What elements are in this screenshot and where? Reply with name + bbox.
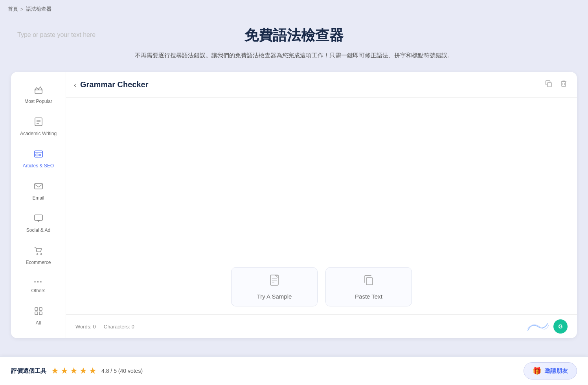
star-2: ★	[61, 366, 68, 376]
rating-left: 評價這個工具 ★ ★ ★ ★ ★ 4.8 / 5 (40 votes)	[11, 366, 143, 376]
breadcrumb: 首頁 > 語法檢查器	[0, 0, 588, 18]
svg-rect-14	[35, 215, 42, 220]
invite-button[interactable]: 🎁 邀請朋友	[524, 362, 577, 380]
sidebar-item-academic-writing-label: Academic Writing	[20, 131, 57, 136]
text-input[interactable]	[75, 106, 568, 251]
tool-header-actions	[543, 78, 569, 91]
paste-text-icon	[362, 274, 375, 289]
academic-writing-icon	[33, 117, 44, 128]
svg-rect-0	[35, 90, 42, 94]
try-sample-icon	[268, 274, 281, 289]
copy-button[interactable]	[543, 78, 554, 91]
sidebar-item-email[interactable]: Email	[14, 176, 62, 206]
all-icon	[33, 306, 44, 318]
svg-rect-13	[35, 183, 42, 189]
svg-rect-23	[548, 82, 551, 87]
svg-rect-19	[35, 308, 38, 310]
svg-point-1	[34, 90, 35, 91]
tool-title: Grammar Checker	[80, 80, 539, 89]
svg-rect-21	[35, 312, 38, 315]
svg-point-17	[37, 254, 38, 255]
svg-rect-10	[36, 154, 38, 156]
sidebar-item-social-ad-label: Social & Ad	[26, 227, 50, 233]
rating-label: 評價這個工具	[11, 367, 46, 375]
stars: ★ ★ ★ ★ ★	[51, 366, 97, 376]
svg-point-2	[38, 89, 39, 90]
rating-score: 4.8 / 5 (40 votes)	[101, 368, 143, 374]
hero-section: 免費語法檢查器 不再需要逐行搜尋語法錯誤。讓我們的免費語法檢查器為您完成這項工作…	[0, 18, 588, 72]
words-count: Words: 0	[75, 324, 96, 330]
gift-icon: 🎁	[533, 367, 541, 375]
sidebar-item-ecommerce-label: Ecommerce	[26, 260, 51, 265]
ecommerce-icon	[33, 246, 44, 257]
sidebar-item-academic-writing[interactable]: Academic Writing	[14, 111, 62, 142]
breadcrumb-home[interactable]: 首頁	[8, 6, 18, 13]
sidebar-item-all[interactable]: All	[14, 301, 62, 331]
articles-seo-icon	[33, 149, 44, 161]
sidebar-item-social-ad[interactable]: Social & Ad	[14, 208, 62, 238]
paste-text-card[interactable]: Paste Text	[325, 267, 412, 306]
svg-rect-31	[366, 278, 373, 285]
svg-point-18	[40, 254, 42, 255]
try-sample-label: Try A Sample	[257, 293, 292, 300]
invite-label: 邀請朋友	[544, 367, 568, 375]
try-sample-card[interactable]: Try A Sample	[231, 267, 318, 306]
svg-rect-22	[39, 312, 42, 315]
sidebar-item-most-popular-label: Most Popular	[24, 99, 52, 104]
social-ad-icon	[33, 213, 44, 225]
text-area-wrapper: Type or paste your text here Try A Sampl…	[66, 98, 577, 314]
hero-subtitle: 不再需要逐行搜尋語法錯誤。讓我們的免費語法檢查器為您完成這項工作！只需一鍵即可修…	[8, 51, 580, 60]
svg-rect-24	[562, 82, 566, 86]
action-cards: Try A Sample Paste Text	[75, 267, 568, 306]
sidebar-item-others[interactable]: ··· Others	[14, 272, 62, 299]
sidebar-item-ecommerce[interactable]: Ecommerce	[14, 240, 62, 271]
star-4: ★	[79, 366, 87, 376]
sidebar-item-others-label: Others	[31, 288, 45, 293]
star-3: ★	[70, 366, 78, 376]
footer-stats: Words: 0 Characters: 0 G	[66, 314, 577, 338]
breadcrumb-separator: >	[20, 6, 24, 12]
sidebar: Most Popular Academic Writing	[11, 72, 66, 338]
others-icon: ···	[34, 278, 43, 286]
sidebar-item-most-popular[interactable]: Most Popular	[14, 79, 62, 110]
email-icon	[33, 181, 44, 193]
breadcrumb-current: 語法檢查器	[26, 6, 51, 13]
tool-header: ‹ Grammar Checker	[66, 72, 577, 98]
back-button[interactable]: ‹	[74, 81, 76, 88]
hero-title: 免費語法檢查器	[8, 26, 580, 45]
star-5: ★	[89, 366, 97, 376]
sidebar-item-all-label: All	[36, 320, 41, 326]
main-container: Most Popular Academic Writing	[11, 72, 577, 338]
star-1: ★	[51, 366, 59, 376]
sidebar-item-articles-seo[interactable]: Articles & SEO	[14, 143, 62, 174]
delete-button[interactable]	[558, 78, 569, 91]
crown-icon	[33, 84, 44, 96]
content-area: ‹ Grammar Checker	[66, 72, 577, 338]
characters-count: Characters: 0	[104, 324, 134, 330]
svg-rect-20	[39, 308, 42, 310]
paste-text-label: Paste Text	[355, 293, 382, 300]
grammarly-button[interactable]: G	[553, 319, 568, 334]
stats-text: Words: 0 Characters: 0	[75, 324, 134, 330]
sidebar-item-articles-seo-label: Articles & SEO	[23, 163, 54, 169]
decorative-swirl	[526, 321, 549, 332]
svg-point-3	[41, 90, 42, 91]
rating-bar: 評價這個工具 ★ ★ ★ ★ ★ 4.8 / 5 (40 votes) 🎁 邀請…	[0, 356, 588, 385]
sidebar-item-email-label: Email	[32, 195, 44, 201]
